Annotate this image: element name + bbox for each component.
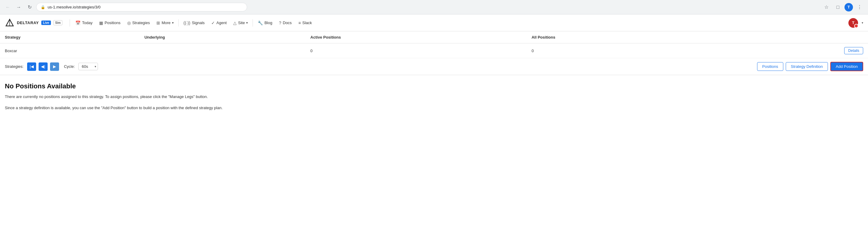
cell-active-positions: 0 <box>306 44 527 58</box>
prev-strategy-button[interactable]: ◀| <box>38 62 48 71</box>
details-button[interactable]: Details <box>844 47 863 54</box>
nav-label-more: More <box>161 21 170 25</box>
live-badge[interactable]: Live <box>41 21 51 25</box>
logo-text: DELTARAY <box>17 21 39 25</box>
address-bar[interactable]: 🔒 us-1.mesolive.io/strategies/3/0 <box>36 3 247 11</box>
nav-label-blog: Blog <box>264 21 272 25</box>
app-header: DELTARAY Live Sim 📅 Today ▦ Positions ◎ … <box>0 15 868 31</box>
cycle-select-wrapper: 30s 60s 120s 300s ▾ <box>79 63 98 70</box>
more-icon: ⊞ <box>156 21 160 25</box>
logo-icon <box>5 18 14 28</box>
user-avatar[interactable]: T <box>848 18 858 28</box>
site-chevron-icon: ▾ <box>246 21 248 24</box>
next-strategy-button[interactable]: ▶ <box>50 62 59 71</box>
add-position-button[interactable]: Add Position <box>830 62 863 71</box>
site-icon: △ <box>233 21 237 25</box>
cell-strategy-name: Boxcar <box>0 44 140 58</box>
no-positions-paragraph-2: Since a strategy definition is available… <box>5 105 863 111</box>
user-chevron-icon: ▾ <box>862 21 863 24</box>
nav-item-more[interactable]: ⊞ More ▾ <box>153 19 177 27</box>
nav-item-blog[interactable]: 🔧 Blog <box>255 19 275 27</box>
nav-label-positions: Positions <box>104 21 121 25</box>
nav-label-strategies: Strategies <box>132 21 150 25</box>
strategies-icon: ◎ <box>127 21 131 25</box>
signals-icon: ((·)) <box>184 21 190 25</box>
no-positions-paragraph-1: There are currently no positions assigne… <box>5 94 863 100</box>
logo-area: DELTARAY Live Sim <box>5 18 62 28</box>
nav-item-signals[interactable]: ((·)) Signals <box>181 19 208 27</box>
nav-label-slack: Slack <box>302 21 312 25</box>
next-icon: ▶ <box>53 64 56 69</box>
nav-item-positions[interactable]: ▦ Positions <box>96 19 124 27</box>
browser-actions: ☆ □ T ⋮ <box>822 2 864 12</box>
extensions-button[interactable]: □ <box>833 2 843 12</box>
col-header-active-positions: Active Positions <box>306 31 527 44</box>
nav-item-strategies[interactable]: ◎ Strategies <box>124 19 153 27</box>
main-nav: 📅 Today ▦ Positions ◎ Strategies ⊞ More … <box>72 19 848 27</box>
reload-button[interactable]: ↻ <box>25 3 34 11</box>
table-row: Boxcar 0 0 Details <box>0 44 868 58</box>
first-icon: |◀ <box>30 64 33 69</box>
cycle-select[interactable]: 30s 60s 120s 300s <box>79 63 98 70</box>
today-icon: 📅 <box>75 21 81 25</box>
col-header-underlying: Underlying <box>140 31 306 44</box>
cycle-label: Cycle: <box>64 64 75 69</box>
col-header-strategy: Strategy <box>0 31 140 44</box>
nav-item-slack[interactable]: ≡ Slack <box>296 19 315 27</box>
positions-button[interactable]: Positions <box>757 62 783 71</box>
nav-item-agent[interactable]: ✓ Agent <box>208 19 230 27</box>
col-header-actions <box>711 31 868 44</box>
nav-item-site[interactable]: △ Site ▾ <box>230 19 251 27</box>
cell-details-action: Details <box>711 44 868 58</box>
nav-item-docs[interactable]: ? Docs <box>276 19 294 27</box>
more-chevron-icon: ▾ <box>172 21 174 24</box>
cell-all-positions: 0 <box>527 44 711 58</box>
positions-icon: ▦ <box>99 21 103 25</box>
prev-icon: ◀| <box>41 64 45 69</box>
col-header-all-positions: All Positions <box>527 31 711 44</box>
strategy-definition-button[interactable]: Strategy Definition <box>786 62 828 71</box>
strategy-table: Strategy Underlying Active Positions All… <box>0 31 868 58</box>
nav-item-today[interactable]: 📅 Today <box>72 19 96 27</box>
browser-chrome: ← → ↻ 🔒 us-1.mesolive.io/strategies/3/0 … <box>0 0 868 15</box>
profile-avatar[interactable]: T <box>844 3 853 11</box>
forward-button[interactable]: → <box>14 3 23 11</box>
secure-icon: 🔒 <box>41 5 45 9</box>
sim-badge[interactable]: Sim <box>53 20 62 25</box>
agent-icon: ✓ <box>211 21 215 25</box>
nav-label-agent: Agent <box>216 21 227 25</box>
first-strategy-button[interactable]: |◀ <box>27 62 36 71</box>
docs-icon: ? <box>279 21 281 25</box>
content-section: No Positions Available There are current… <box>0 75 868 123</box>
menu-button[interactable]: ⋮ <box>855 2 864 12</box>
nav-label-site: Site <box>238 21 245 25</box>
cell-underlying <box>140 44 306 58</box>
nav-label-signals: Signals <box>192 21 205 25</box>
blog-icon: 🔧 <box>258 21 263 25</box>
main-content: Strategy Underlying Active Positions All… <box>0 31 868 123</box>
nav-label-today: Today <box>82 21 93 25</box>
url-text: us-1.mesolive.io/strategies/3/0 <box>48 5 101 9</box>
strategies-label: Strategies: <box>5 64 24 69</box>
nav-label-docs: Docs <box>283 21 292 25</box>
back-button[interactable]: ← <box>4 3 12 11</box>
controls-bar: Strategies: |◀ ◀| ▶ Cycle: 30s 60s 120s … <box>0 58 868 75</box>
header-right: T ▾ <box>848 18 863 28</box>
no-positions-title: No Positions Available <box>5 82 863 90</box>
slack-icon: ≡ <box>299 21 301 25</box>
star-button[interactable]: ☆ <box>822 2 831 12</box>
nav-divider-1 <box>70 19 70 27</box>
